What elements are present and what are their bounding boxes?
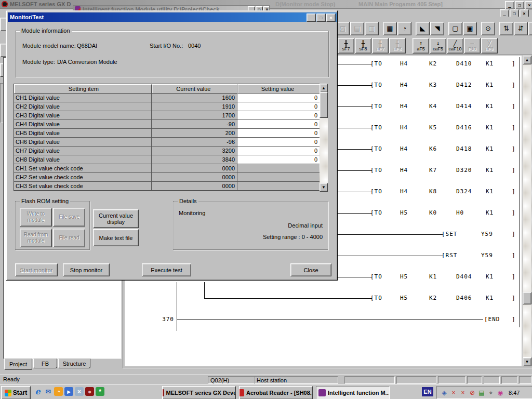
tray-network2-icon[interactable]: × (459, 389, 467, 397)
setting-value-input[interactable]: 0 (237, 94, 320, 102)
branch-close-button[interactable]: ╫aF8 (389, 38, 406, 54)
minimize-button[interactable]: _ (505, 1, 514, 9)
insert-rung-icon[interactable]: ⇅ (528, 22, 532, 35)
monitor-start-icon[interactable]: ◣ (416, 22, 430, 35)
quick-app-icon[interactable]: × (75, 387, 84, 396)
table-scroll-down-button[interactable]: ▼ (320, 183, 328, 192)
module-information-group: Module information Module model name: Q6… (15, 31, 329, 77)
contact-close-button[interactable]: ╫sF8 (355, 38, 371, 54)
desktop: { "main_window": { "title_left": "MELSOF… (0, 0, 532, 399)
update-icon[interactable]: * (96, 387, 104, 396)
tray-shield-icon[interactable]: ◈ (440, 389, 448, 397)
ladder-right-bracket: ] (512, 145, 516, 152)
dialog-titlebar[interactable]: Monitor/Test _ ❐ × (8, 12, 337, 22)
dialog-maximize-button[interactable]: ❐ (316, 14, 326, 22)
close-button[interactable]: × (525, 1, 532, 9)
ladder-right-bracket: ] (512, 167, 516, 174)
start-button[interactable]: Start (1, 386, 31, 399)
ladder-token: D412 (456, 82, 472, 88)
contact-open-button[interactable]: ╫sF7 (338, 38, 354, 54)
language-indicator[interactable]: EN (422, 387, 433, 396)
write-to-module-button[interactable]: Write to module (20, 208, 52, 227)
make-text-file-button[interactable]: Make text file (93, 229, 139, 246)
setting-value-input[interactable]: 0 (237, 102, 320, 111)
current-value-cell: 0000 (152, 173, 237, 182)
table-header-1: Setting item (14, 84, 152, 94)
tray-document-icon[interactable]: ▤ (477, 389, 486, 397)
dialog-close-button[interactable]: × (326, 14, 336, 22)
find-device-icon[interactable]: ⊙ (481, 22, 495, 35)
stop-monitor-button[interactable]: Stop monitor (63, 263, 110, 276)
ladder-vscrollbar[interactable]: ▲ ▼ (523, 56, 531, 366)
read-from-module-button[interactable]: Read from module (20, 229, 52, 247)
setting-item-cell: CH2 Set value check code (14, 173, 152, 182)
scroll-thumb[interactable] (523, 292, 531, 304)
program-list-icon[interactable]: ▦ (383, 22, 397, 35)
execute-test-button[interactable]: Execute test (142, 263, 191, 276)
horizontal-line-button[interactable]: ─F10 (464, 38, 481, 54)
tray-color-icon[interactable]: ◉ (496, 389, 504, 397)
ladder-convert-icon[interactable]: ▨ (336, 22, 350, 35)
close-button[interactable]: Close (290, 263, 331, 276)
ladder-wire (177, 320, 483, 320)
mail-icon[interactable]: ✉ (44, 387, 52, 396)
pulse-down-button[interactable]: ↓caF5 (430, 38, 446, 54)
setting-value-input[interactable]: 0 (237, 138, 320, 147)
monitor-stop-icon: ◥ (435, 25, 440, 32)
ladder-right-bracket: ] (512, 209, 516, 216)
setting-value-input[interactable]: 0 (237, 147, 320, 155)
setting-value-input[interactable]: 0 (237, 111, 320, 120)
ladder-token: K1 (486, 82, 494, 88)
delete-row-icon[interactable]: ⇵ (514, 22, 528, 35)
panel-tabs: ProjectFBStructure (3, 358, 121, 370)
invert-button[interactable]: ╱caF10 (447, 38, 463, 54)
table-row: CH8 Digital value38400 (14, 155, 320, 164)
restore-button[interactable]: ❐ (515, 1, 524, 9)
security-app-icon[interactable]: ● (85, 387, 94, 396)
setting-value-input[interactable]: 0 (237, 129, 320, 138)
task-acrobat[interactable]: Acrobat Reader - [SH08... (239, 386, 313, 399)
tab-fb[interactable]: FB (33, 358, 57, 368)
window-tile-icon[interactable]: ▣ (463, 22, 477, 35)
ladder-step-number: 370 (153, 316, 174, 323)
ladder-token: K8 (429, 188, 437, 195)
file-read-button[interactable]: File read (53, 229, 85, 247)
current-value-display-button[interactable]: Current value display (93, 209, 139, 228)
pulse-up-button[interactable]: ↑aF5 (413, 38, 429, 54)
setting-value-input[interactable]: 0 (237, 120, 320, 129)
tray-network1-icon[interactable]: × (449, 389, 458, 397)
tab-project[interactable]: Project (4, 358, 32, 370)
tab-structure[interactable]: Structure (58, 358, 90, 368)
start-monitor-button[interactable]: Start monitor (15, 263, 58, 276)
table-row: CH5 Digital value2000 (14, 129, 320, 138)
internet-explorer-icon[interactable]: e (33, 387, 42, 396)
delete-line-button[interactable]: ╳aF9 (481, 38, 498, 54)
quick-launch-bar: e✉◔▸×●* (33, 387, 106, 396)
table-scrollbar[interactable]: ▲ ▼ (320, 84, 328, 192)
table-scroll-thumb[interactable] (320, 92, 328, 118)
ladder-token: H4 (400, 167, 408, 174)
ladder-write-icon[interactable]: ▤ (350, 22, 364, 35)
task-intelligent[interactable]: Intelligent function M... (316, 386, 390, 399)
scroll-down-button[interactable]: ▼ (523, 357, 531, 366)
file-save-button[interactable]: File save (53, 208, 85, 227)
monitor-stop-icon[interactable]: ◥ (430, 22, 444, 35)
scroll-up-button[interactable]: ▲ (523, 56, 531, 64)
ladder-verify-icon[interactable]: ▥ (365, 22, 379, 35)
media-player-icon[interactable]: ▸ (64, 387, 73, 396)
ladder-token: H5 (400, 209, 408, 216)
table-scroll-up-button[interactable]: ▲ (320, 84, 328, 92)
task-melsoft[interactable]: MELSOFT series GX Deve... (162, 386, 236, 399)
ladder-token: K3 (429, 82, 437, 88)
scheduler-icon[interactable]: ◔ (54, 387, 63, 396)
window-cascade-icon[interactable]: ▢ (448, 22, 462, 35)
insert-row-icon[interactable]: ⇅ (499, 22, 513, 35)
setting-value-input[interactable]: 0 (237, 155, 320, 164)
tray-blocked-icon[interactable]: ⊘ (468, 389, 476, 397)
ladder-token: Y59 (481, 252, 493, 259)
tray-mouse-icon[interactable]: ⌖ (487, 389, 495, 397)
table-header-2: Current value (152, 84, 237, 94)
dialog-minimize-button[interactable]: _ (307, 14, 316, 22)
branch-open-button[interactable]: ╫aF7 (372, 38, 389, 54)
monitor-watch-icon[interactable]: ◔ (397, 22, 411, 35)
